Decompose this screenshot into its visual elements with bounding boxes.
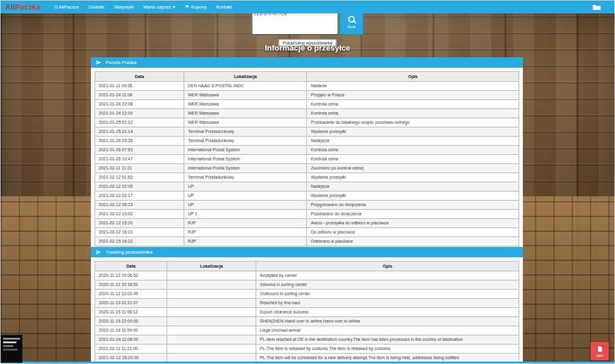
table-cell — [167, 271, 256, 280]
table-cell — [167, 317, 256, 326]
top-navbar: AliPaczka O AliPaczce Dodatki Statystyki… — [1, 1, 614, 13]
tracking-table-carrier: Data Lokalizacja Opis 2020-11-12 20:06:5… — [95, 261, 519, 364]
nav-item-kontakt[interactable]: Kontakt — [217, 4, 232, 10]
table-cell — [167, 326, 256, 335]
table-row: 2021-02-15 16:22RJPOdebrano w placówce — [95, 237, 519, 246]
table-cell: Export clearance success — [256, 308, 519, 317]
report-button-label: Zgłoś — [596, 354, 603, 357]
table-row: 2021-02-12 02:17UPWysłanie przesyłki — [95, 191, 519, 201]
table-cell: Kontrola celna — [307, 146, 519, 155]
table-cell: 2021-02-15 16:22 — [95, 237, 184, 246]
table-cell: SHENZHEN-Hand over to airline.Hand over … — [256, 317, 519, 326]
table-cell — [167, 299, 256, 308]
nav-item-dodatki[interactable]: Dodatki — [88, 4, 104, 10]
table-cell: Przygotowano do doręczenia — [307, 201, 519, 210]
table-row: 2021-02-12 10:02UP 1Przekazano do doręcz… — [95, 210, 519, 219]
table-cell: Liege-Unchaul arrival — [256, 326, 519, 335]
table-cell: 2020-11-12 22:02:45 — [95, 290, 167, 299]
table-cell: 2020-11-15 22:00:00 — [95, 317, 167, 326]
table-cell: WER Warszawa — [184, 109, 307, 118]
table-cell: 2021-02-12 10:02 — [95, 210, 184, 219]
nav-item-statystyki[interactable]: Statystyki — [114, 4, 134, 10]
table-cell: 2020-11-13 02:21:07 — [95, 299, 167, 308]
table-cell: Nadejście — [307, 137, 519, 146]
table-cell: 2020-11-12 20:06:51 — [95, 271, 167, 280]
table-cell — [167, 308, 256, 317]
table-cell: PL-Item reached at OE in the destination… — [256, 335, 519, 344]
table-cell: International Postal System — [184, 155, 307, 164]
table-cell: 2021-02-12 06:23 — [95, 201, 184, 210]
folder-icon[interactable] — [592, 4, 601, 10]
table-header-row: Data Lokalizacja Opis — [95, 72, 519, 82]
column-header-data: Data — [95, 72, 184, 82]
table-cell — [167, 335, 256, 344]
nav-item-warto-zajrzec[interactable]: Warto zajrzeć ▾ — [143, 4, 175, 10]
table-row: 2021-02-12 15:20RJPAwizo - przesyłka do … — [95, 219, 519, 228]
table-cell: 2021-01-26 03:35 — [95, 137, 184, 146]
corner-video-thumbnail[interactable] — [1, 335, 23, 363]
table-cell: 2021-02-11 11:21:00 — [95, 344, 167, 354]
table-row: 2021-02-11 11:21International Postal Sys… — [95, 164, 519, 173]
table-cell: RJP — [184, 228, 307, 237]
nav-item-o-alipaczce[interactable]: O AliPaczce — [54, 4, 79, 10]
table-row: 2020-11-12 22:02:45Outbound in sorting c… — [95, 290, 519, 299]
table-cell: 2021-02-12 16:10 — [95, 228, 184, 237]
table-cell: Accepted by carrier — [256, 271, 519, 280]
table-header-row: Data Lokalizacja Opis — [95, 262, 519, 271]
table-cell: Wysłanie przesyłki — [307, 127, 519, 137]
table-row: 2021-01-25 21:14Terminal PrzeładunkowyWy… — [95, 127, 519, 137]
table-row: 2020-11-12 20:06:51Accepted by carrier — [95, 271, 519, 280]
table-cell: Terminal Przeładunkowy — [184, 173, 307, 182]
table-cell: 2021-02-12 02:17 — [95, 191, 184, 201]
panel-title: Poczta Polska — [106, 60, 137, 65]
nav-item-kupony[interactable]: ⚑ Kupony — [185, 4, 207, 10]
table-cell: WER Warszawa — [184, 100, 307, 109]
table-cell: 2021-01-24 22:08 — [95, 100, 184, 109]
column-header-lokalizacja: Lokalizacja — [184, 72, 307, 82]
search-area: LZ376707477CN Śledź Pokaż/ukryj wyszukiw… — [252, 9, 364, 46]
table-row: 2021-02-12 06:23UPPrzygotowano do doręcz… — [95, 201, 519, 210]
table-row: 2021-02-12 01:52Terminal PrzeładunkowyWy… — [95, 173, 519, 182]
track-button-label: Śledź — [347, 25, 356, 29]
table-cell: PL-The item is released by customs.The i… — [256, 344, 519, 354]
bottom-accent-strip — [1, 362, 614, 363]
table-cell: Nadanie — [307, 82, 519, 91]
table-cell: 2021-01-11 09:35 — [95, 82, 184, 91]
paper-plane-icon — [96, 249, 101, 255]
table-cell: Inbound in sorting center — [256, 280, 519, 290]
table-cell: 2021-02-11 11:21 — [95, 164, 184, 173]
table-cell: International Postal System — [184, 146, 307, 155]
table-row: 2021-01-24 22:09WER WarszawaKontrola cel… — [95, 109, 519, 118]
report-button[interactable]: Zgłoś — [591, 342, 609, 360]
toggle-search-link[interactable]: Pokaż/ukryj wyszukiwarkę — [278, 39, 336, 46]
document-icon — [597, 346, 603, 352]
table-row: 2020-11-15 11:06:12Export clearance succ… — [95, 308, 519, 317]
table-cell: 2021-01-26 07:53 — [95, 146, 184, 155]
table-cell: Terminal Przeładunkowy — [184, 137, 307, 146]
table-row: 2021-01-24 22:08WER WarszawaKontrola cel… — [95, 100, 519, 109]
table-row: 2021-01-26 03:35Terminal PrzeładunkowyNa… — [95, 137, 519, 146]
table-cell: Nadejście — [307, 182, 519, 191]
table-cell: 2021-01-25 01:12 — [95, 118, 184, 127]
table-cell: 2021-01-24 22:09 — [95, 109, 184, 118]
table-row: 2021-02-11 11:21:00PL-The item is releas… — [95, 344, 519, 354]
table-row: 2020-11-15 22:00:00SHENZHEN-Hand over to… — [95, 317, 519, 326]
table-row: 2021-01-25 01:12WER WarszawaPrzekazanie … — [95, 118, 519, 127]
table-cell: 2021-02-12 02:05 — [95, 182, 184, 191]
table-row: 2021-01-24 11:08:00PL-Item reached at OE… — [95, 335, 519, 344]
search-icon — [348, 16, 355, 23]
table-cell: 2021-01-25 21:14 — [95, 127, 184, 137]
table-cell: UP — [184, 191, 307, 201]
table-cell — [167, 280, 256, 290]
nav-menu: O AliPaczce Dodatki Statystyki Warto zaj… — [54, 4, 232, 10]
table-cell: Terminal Przeładunkowy — [184, 127, 307, 137]
panel-body: Data Lokalizacja Opis 2020-11-12 20:06:5… — [91, 257, 523, 364]
panel-body: Data Lokalizacja Opis 2021-01-11 09:35DE… — [91, 68, 523, 250]
panel-tracking-przewoznika: Tracking przewoźnika Data Lokalizacja Op… — [91, 247, 523, 364]
table-row: 2020-11-12 20:16:51Inbound in sorting ce… — [95, 280, 519, 290]
table-cell: 2021-01-24 11:08 — [95, 91, 184, 100]
logo[interactable]: AliPaczka — [5, 3, 41, 12]
table-cell: WER Warszawa — [184, 118, 307, 127]
table-cell: Outbound in sorting center — [256, 290, 519, 299]
column-header-data: Data — [95, 262, 167, 271]
